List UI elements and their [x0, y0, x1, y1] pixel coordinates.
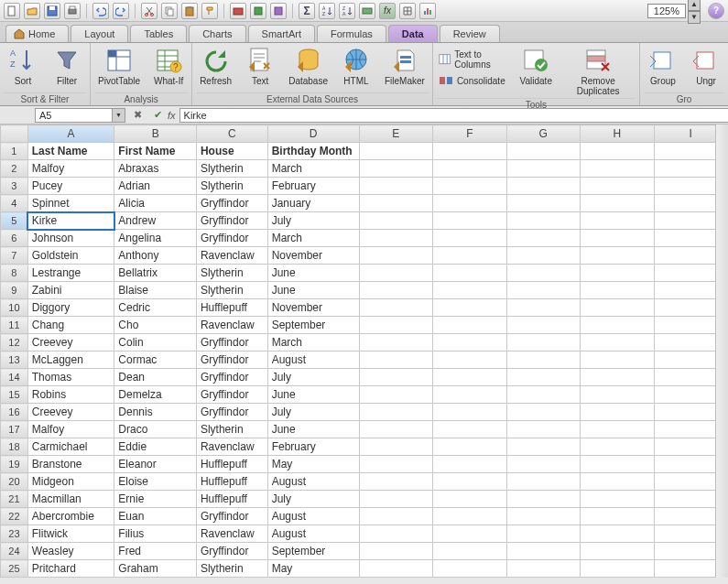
- whatif-button[interactable]: ? What-If: [149, 45, 188, 88]
- cell[interactable]: [506, 212, 581, 230]
- cell[interactable]: [433, 421, 506, 438]
- chart-icon[interactable]: [419, 3, 436, 19]
- format-painter-icon[interactable]: [201, 3, 218, 19]
- database-button[interactable]: Database: [285, 45, 331, 88]
- cell[interactable]: Gryffindor: [196, 230, 267, 247]
- sum-icon[interactable]: Σ: [299, 3, 315, 19]
- tab-charts[interactable]: Charts: [189, 25, 245, 42]
- row-header[interactable]: 6: [1, 230, 28, 247]
- cell[interactable]: Slytherin: [196, 160, 267, 178]
- cell[interactable]: [359, 212, 432, 230]
- cell[interactable]: July: [267, 404, 359, 421]
- cell[interactable]: [506, 247, 581, 265]
- cell[interactable]: July: [267, 491, 359, 508]
- row-header[interactable]: 18: [1, 438, 28, 456]
- cell[interactable]: Branstone: [27, 456, 114, 473]
- row-header[interactable]: 23: [1, 525, 28, 543]
- cell[interactable]: September: [267, 543, 359, 560]
- cell[interactable]: [359, 560, 432, 578]
- select-all-corner[interactable]: [1, 125, 28, 143]
- cell[interactable]: [581, 299, 655, 317]
- remove-duplicates-button[interactable]: Remove Duplicates: [560, 45, 636, 98]
- cell[interactable]: [506, 299, 581, 317]
- cell[interactable]: Cormac: [114, 351, 197, 369]
- cell[interactable]: March: [267, 230, 359, 247]
- cell[interactable]: [433, 456, 506, 473]
- row-header[interactable]: 20: [1, 473, 28, 491]
- show-grid-icon[interactable]: [399, 3, 416, 19]
- row-header[interactable]: 9: [1, 282, 28, 299]
- cell[interactable]: March: [267, 334, 359, 351]
- row-header[interactable]: 14: [1, 369, 28, 386]
- column-header[interactable]: C: [196, 125, 267, 143]
- cell[interactable]: [433, 282, 506, 299]
- cell[interactable]: First Name: [114, 143, 197, 160]
- sort-asc-icon[interactable]: AZ: [319, 3, 335, 19]
- row-header[interactable]: 7: [1, 247, 28, 265]
- cell[interactable]: Cho: [114, 317, 197, 334]
- cut-icon[interactable]: [141, 3, 158, 19]
- cell[interactable]: Slytherin: [196, 421, 267, 438]
- cell[interactable]: July: [267, 369, 359, 386]
- cell[interactable]: May: [267, 560, 359, 578]
- cell[interactable]: [506, 438, 581, 456]
- cell[interactable]: [433, 473, 506, 491]
- cell[interactable]: Gryffindor: [196, 386, 267, 404]
- cell[interactable]: Pucey: [27, 178, 114, 195]
- cell[interactable]: Abercrombie: [27, 508, 114, 525]
- tab-data[interactable]: Data: [388, 25, 438, 42]
- cell[interactable]: August: [267, 525, 359, 543]
- cell[interactable]: [506, 317, 581, 334]
- cell[interactable]: February: [267, 438, 359, 456]
- cell[interactable]: Goldstein: [27, 247, 114, 265]
- cell[interactable]: [506, 282, 581, 299]
- cell[interactable]: Dennis: [114, 404, 197, 421]
- cell[interactable]: Johnson: [27, 230, 114, 247]
- cell[interactable]: [433, 404, 506, 421]
- cell[interactable]: [433, 351, 506, 369]
- fx-label-icon[interactable]: fx: [168, 110, 176, 121]
- tab-smartart[interactable]: SmartArt: [248, 25, 315, 42]
- cell[interactable]: Lestrange: [27, 265, 114, 282]
- cell[interactable]: Cedric: [114, 299, 197, 317]
- row-header[interactable]: 15: [1, 386, 28, 404]
- row-header[interactable]: 22: [1, 508, 28, 525]
- cell[interactable]: Kirke: [27, 212, 114, 230]
- cell[interactable]: Fred: [114, 543, 197, 560]
- cell[interactable]: [359, 525, 432, 543]
- cell[interactable]: [581, 525, 655, 543]
- cell[interactable]: Ravenclaw: [196, 525, 267, 543]
- cell[interactable]: [359, 473, 432, 491]
- cell[interactable]: Draco: [114, 421, 197, 438]
- cell[interactable]: [506, 491, 581, 508]
- row-header[interactable]: 12: [1, 334, 28, 351]
- row-header[interactable]: 21: [1, 491, 28, 508]
- cell[interactable]: [433, 560, 506, 578]
- cell[interactable]: [506, 560, 581, 578]
- vertical-scrollbar[interactable]: [715, 124, 728, 578]
- confirm-formula-icon[interactable]: ✔: [149, 108, 166, 123]
- cell[interactable]: [433, 369, 506, 386]
- cell[interactable]: Andrew: [114, 212, 197, 230]
- cell[interactable]: Eddie: [114, 438, 197, 456]
- cell[interactable]: Bellatrix: [114, 265, 197, 282]
- cancel-formula-icon[interactable]: ✖: [129, 108, 146, 123]
- cell[interactable]: [359, 143, 432, 160]
- column-header[interactable]: E: [359, 125, 432, 143]
- row-header[interactable]: 10: [1, 299, 28, 317]
- cell[interactable]: [359, 404, 432, 421]
- cell[interactable]: [506, 543, 581, 560]
- cell[interactable]: September: [267, 317, 359, 334]
- cell[interactable]: Ravenclaw: [196, 438, 267, 456]
- cell[interactable]: Birthday Month: [267, 143, 359, 160]
- cell[interactable]: February: [267, 178, 359, 195]
- cell[interactable]: [506, 230, 581, 247]
- cell[interactable]: [581, 334, 655, 351]
- cell[interactable]: Alicia: [114, 195, 197, 212]
- cell[interactable]: [433, 160, 506, 178]
- sort-desc-icon[interactable]: ZA: [339, 3, 355, 19]
- cell[interactable]: January: [267, 195, 359, 212]
- cell[interactable]: Robins: [27, 386, 114, 404]
- cell[interactable]: [359, 386, 432, 404]
- cell[interactable]: Creevey: [27, 404, 114, 421]
